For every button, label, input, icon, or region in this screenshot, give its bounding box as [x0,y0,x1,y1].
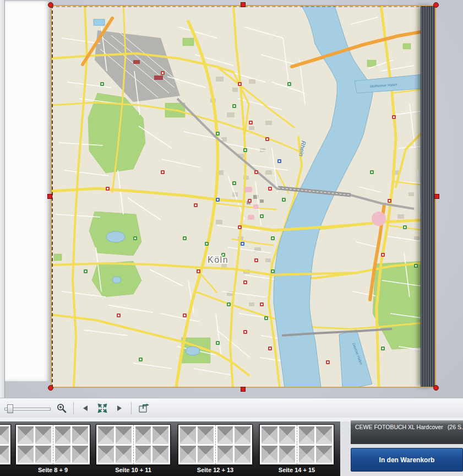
spread-label: Seite 10 + 11 [96,467,171,473]
photo-placeholder [180,446,196,463]
selection-handle-bottom-middle[interactable] [241,387,246,392]
add-to-cart-button[interactable]: In den Warenkorb [351,448,463,472]
selection-handle-top-right[interactable] [433,2,439,8]
photo-placeholder [152,426,168,444]
photo-placeholder [299,446,315,463]
zoom-slider[interactable] [3,402,52,414]
selection-handle-top-left[interactable] [48,2,53,8]
product-name: CEWE FOTOBUCH XL Hardcover [355,424,443,430]
spread-label: Seite 14 + 15 [259,467,334,473]
photo-placeholder [262,426,277,444]
photo-placeholder [217,446,233,463]
photo-placeholder [98,446,114,463]
spread-label: Seite 12 + 13 [178,467,253,473]
photo-placeholder [98,426,114,444]
photo-placeholder [116,446,132,463]
photo-placeholder [0,426,9,444]
bottom-bar: Seite 8 + 9 Seite 10 + 11 Seite 12 + 13 … [0,421,463,476]
photo-placeholder [35,426,51,444]
thumbnail-page [260,425,297,464]
next-spread-button[interactable] [112,401,127,416]
editor-canvas: Köln Rhein Mülheimer Hafen Deutzer Hafen [0,0,463,398]
toolbar-separator [131,402,132,414]
thumbnail-page [53,425,90,464]
photo-placeholder [299,426,315,444]
photo-placeholder [0,446,9,463]
selection-handle-bottom-left[interactable] [48,385,53,391]
photo-placeholder [152,446,168,463]
photo-placeholder [35,446,51,463]
photo-placeholder [55,446,71,463]
photo-placeholder [135,426,151,444]
photo-placeholder [217,426,233,444]
selection-handle-bottom-right[interactable] [433,385,439,391]
product-info-bar: CEWE FOTOBUCH XL Hardcover(26 S.) [351,420,463,444]
photo-placeholder [279,426,295,444]
thumbnail-page [297,425,334,464]
fit-to-window-icon [97,403,108,414]
photo-placeholder [18,426,34,444]
selection-handle-middle-right[interactable] [434,194,439,199]
thumbnail-page [133,425,171,464]
photo-placeholder [279,446,295,463]
selected-photo-frame: Köln Rhein Mülheimer Hafen Deutzer Hafen [51,5,436,388]
view-toolbar [0,398,463,418]
vertical-scrollbar[interactable] [0,0,5,398]
photo-placeholder [235,426,250,444]
thumbnail-page [178,425,215,464]
magnifier-plus-icon [56,403,67,414]
thumbnail-page [16,425,53,464]
spread-thumbnail[interactable] [15,424,90,465]
spread-thumbnail[interactable] [178,424,253,465]
arrow-left-icon [83,405,88,411]
photo-placeholder [72,426,88,444]
spread-thumbnail[interactable] [259,424,334,465]
photo-placeholder [198,446,214,463]
thumbnail-page [96,425,133,464]
previous-spread-button[interactable] [78,401,92,416]
photo-placeholder [72,446,88,463]
photo-placeholder [135,446,151,463]
arrow-right-icon [117,405,122,411]
product-panel: CEWE FOTOBUCH XL Hardcover(26 S.) In den… [340,421,463,476]
product-page-count: (26 S.) [448,424,463,430]
photo-placeholder [180,426,196,444]
thumbnail-page [215,425,253,464]
spread-label: Seite 8 + 9 [15,467,90,473]
toolbar-separator [73,402,74,414]
zoom-slider-handle[interactable] [7,404,13,413]
spread-thumbnail-partial[interactable] [0,424,11,465]
selection-border [51,5,436,388]
photo-placeholder [316,446,332,463]
photo-placeholder [116,426,132,444]
photo-placeholder [198,426,214,444]
left-page-blank[interactable] [5,1,51,381]
photo-placeholder [55,426,71,444]
thumbnail-page [0,425,10,464]
photo-placeholder [316,426,332,444]
page-filmstrip: Seite 8 + 9 Seite 10 + 11 Seite 12 + 13 … [0,421,340,476]
photo-placeholder [235,446,250,463]
fit-to-window-button[interactable] [95,401,110,416]
selection-handle-middle-left[interactable] [47,194,52,199]
spread-preview-icon [138,403,151,414]
photo-placeholder [262,446,277,463]
photo-placeholder [18,446,34,463]
selection-handle-top-middle[interactable] [241,2,246,7]
zoom-button[interactable] [55,401,69,416]
spread-preview-button[interactable] [136,401,154,416]
spread-thumbnail[interactable] [96,424,171,465]
